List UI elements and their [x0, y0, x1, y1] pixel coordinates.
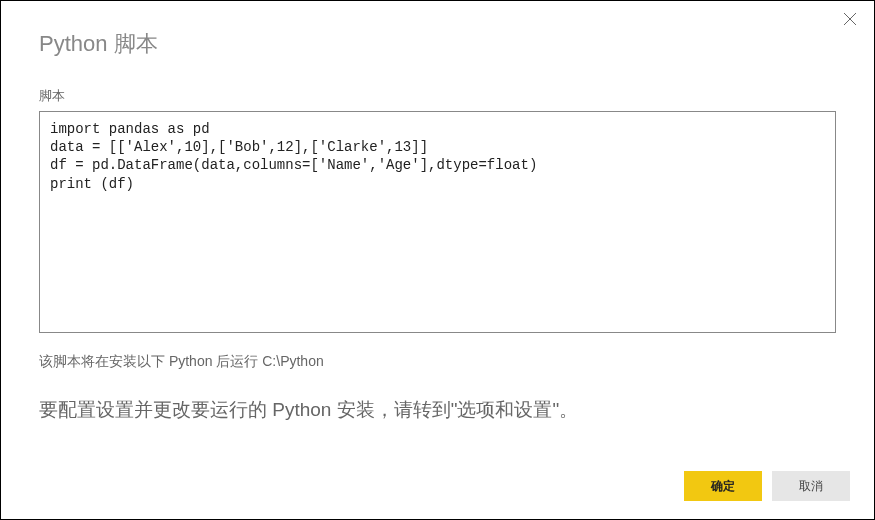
dialog-content: Python 脚本 脚本 该脚本将在安装以下 Python 后运行 C:\Pyt…	[1, 1, 874, 445]
close-icon	[843, 12, 857, 30]
config-info-text: 要配置设置并更改要运行的 Python 安装，请转到"选项和设置"。	[39, 395, 836, 425]
ok-button[interactable]: 确定	[684, 471, 762, 501]
install-info-text: 该脚本将在安装以下 Python 后运行 C:\Python	[39, 353, 836, 371]
button-bar: 确定 取消	[684, 471, 850, 501]
script-input[interactable]	[39, 111, 836, 333]
script-label: 脚本	[39, 87, 836, 105]
close-button[interactable]	[840, 11, 860, 31]
cancel-button[interactable]: 取消	[772, 471, 850, 501]
dialog-title: Python 脚本	[39, 29, 836, 59]
